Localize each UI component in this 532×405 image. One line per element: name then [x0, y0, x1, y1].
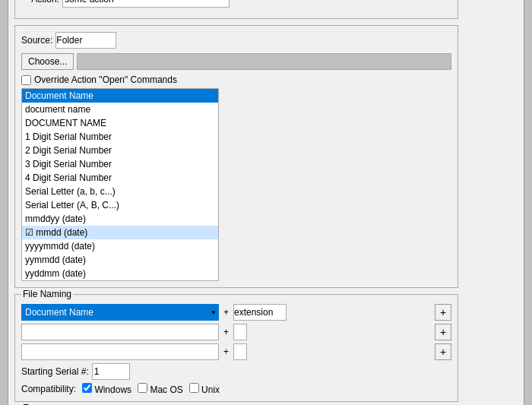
dropdown-item-9[interactable]: mmddyy (date) — [22, 212, 218, 226]
plus-1: + — [222, 307, 230, 318]
macos-label[interactable]: Mac OS — [138, 383, 183, 395]
path-display — [77, 53, 451, 70]
unix-checkbox[interactable] — [189, 383, 199, 393]
compat-row: Compatibility: Windows Mac OS Unix — [21, 383, 451, 395]
plus-2: + — [222, 327, 230, 337]
action-select[interactable]: some action — [62, 0, 230, 8]
ext-select-1[interactable]: extension — [233, 304, 287, 321]
dropdown-item-7[interactable]: Serial Letter (a, b, c...) — [22, 185, 218, 198]
main-content: Play Set: Set 1 Action: some action — [14, 0, 458, 405]
plus-button-1[interactable]: + — [435, 304, 451, 321]
naming-combo-1-wrapper: Document Name ▼ — [21, 304, 219, 321]
batch-dialog: Batch ✕ Play Set: Set 1 Action: — [8, 0, 524, 405]
override-checkbox[interactable] — [21, 75, 31, 85]
ext-combo-2-wrapper — [233, 324, 432, 340]
windows-checkbox[interactable] — [82, 383, 92, 393]
file-naming-label: File Naming — [21, 289, 73, 299]
naming-row-1: Document Name ▼ + extension + — [21, 304, 451, 321]
file-naming-section: File Naming Document Name ▼ + extension — [14, 294, 458, 402]
choose-row: Choose... — [21, 53, 451, 70]
dropdown-item-6[interactable]: 4 Digit Serial Number — [22, 171, 218, 185]
naming-combo-2-wrapper — [21, 324, 219, 340]
dropdown-item-10[interactable]: ☑ mmdd (date) — [22, 226, 218, 239]
plus-button-3[interactable]: + — [435, 343, 451, 360]
dropdown-item-2[interactable]: DOCUMENT NAME — [22, 116, 218, 130]
override-row: Override Action "Open" Commands — [21, 74, 451, 85]
dropdown-item-0[interactable]: Document Name — [22, 89, 218, 103]
dropdown-item-1[interactable]: document name — [22, 103, 218, 116]
source-combo-wrapper: Folder — [55, 32, 116, 49]
naming-select-2[interactable] — [21, 324, 219, 340]
naming-combo-1-arrow: ▼ — [211, 309, 217, 316]
action-combo-wrapper: some action — [62, 0, 230, 8]
choose-button[interactable]: Choose... — [21, 53, 74, 70]
plus-3: + — [222, 346, 230, 357]
dropdown-item-13[interactable]: yyddmm (date) — [22, 267, 218, 280]
dropdown-item-11[interactable]: yyyymmdd (date) — [22, 239, 218, 253]
windows-label[interactable]: Windows — [82, 383, 131, 395]
ext-combo-3-wrapper — [233, 343, 432, 360]
naming-row-3: + + — [21, 343, 451, 360]
dialog-body: Play Set: Set 1 Action: some action — [8, 0, 524, 405]
action-row: Action: some action — [21, 0, 451, 8]
naming-combo-1-value: Document Name — [25, 307, 93, 318]
macos-checkbox[interactable] — [138, 383, 147, 393]
override-label: Override Action "Open" Commands — [34, 74, 177, 85]
source-row: Source: Folder — [21, 32, 451, 49]
ext-select-3[interactable] — [233, 343, 247, 360]
serial-input[interactable]: 1 — [92, 363, 130, 380]
dropdown-item-5[interactable]: 3 Digit Serial Number — [22, 157, 218, 171]
ext-select-2[interactable] — [233, 324, 247, 340]
source-select[interactable]: Folder — [55, 32, 116, 49]
ext-combo-1-wrapper: extension — [233, 304, 432, 321]
play-section: Play Set: Set 1 Action: some action — [14, 0, 458, 19]
dropdown-item-12[interactable]: yymmdd (date) — [22, 253, 218, 267]
serial-row: Starting Serial #: 1 — [21, 363, 451, 380]
source-section: Source: Folder Choose... Override Action… — [14, 25, 458, 288]
naming-row-2: + + — [21, 324, 451, 340]
naming-select-3[interactable] — [21, 343, 219, 360]
unix-label[interactable]: Unix — [189, 383, 220, 395]
dropdown-item-4[interactable]: 2 Digit Serial Number — [22, 144, 218, 157]
naming-combo-1-selected[interactable]: Document Name ▼ — [21, 304, 219, 321]
dropdown-list: Document Name document name DOCUMENT NAM… — [21, 88, 219, 281]
plus-button-2[interactable]: + — [435, 324, 451, 340]
source-label: Source: — [21, 35, 52, 46]
serial-label: Starting Serial #: — [21, 366, 89, 377]
compat-label: Compatibility: — [21, 384, 76, 394]
action-label: Action: — [21, 0, 59, 5]
naming-combo-3-wrapper — [21, 343, 219, 360]
dropdown-item-8[interactable]: Serial Letter (A, B, C...) — [22, 198, 218, 212]
side-buttons: OK Cancel — [464, 0, 518, 405]
dropdown-item-3[interactable]: 1 Digit Serial Number — [22, 130, 218, 144]
